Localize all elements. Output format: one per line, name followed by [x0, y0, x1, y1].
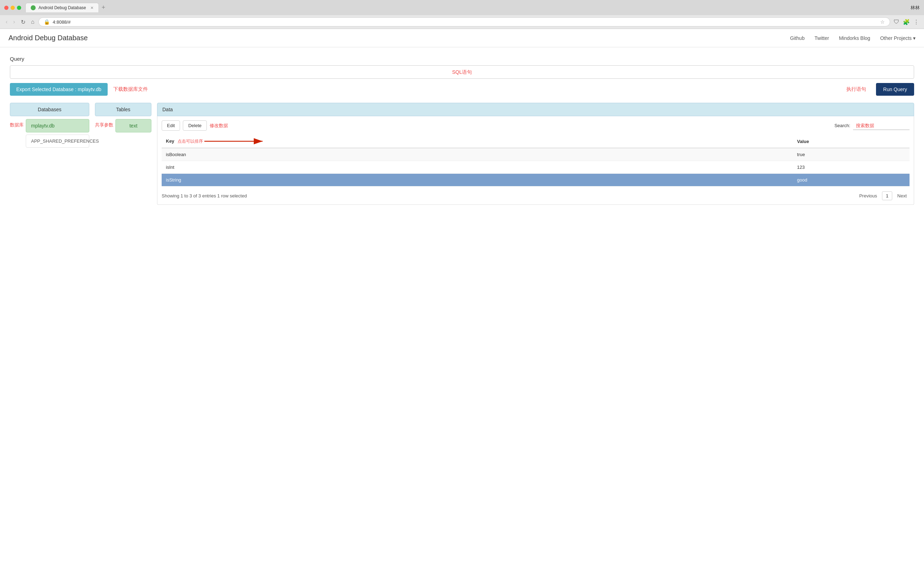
run-query-button[interactable]: Run Query — [876, 83, 914, 96]
active-tab[interactable]: Android Debug Database ✕ — [25, 3, 99, 12]
tab-close-icon[interactable]: ✕ — [90, 6, 94, 10]
tab-bar: Android Debug Database ✕ + — [25, 3, 911, 12]
lock-icon: 🔒 — [44, 19, 50, 25]
pagination-controls: Previous 1 Next — [856, 192, 909, 200]
new-tab-button[interactable]: + — [99, 4, 108, 11]
modify-label: 修改数据 — [210, 122, 228, 129]
maximize-button[interactable] — [17, 6, 21, 10]
tab-favicon — [31, 5, 36, 10]
delete-button[interactable]: Delete — [183, 121, 207, 131]
github-link[interactable]: Github — [790, 35, 804, 41]
edit-button[interactable]: Edit — [162, 121, 180, 131]
key-cell: isBoolean — [162, 148, 793, 161]
search-label: Search: — [834, 123, 850, 128]
query-input[interactable] — [10, 65, 914, 79]
pagination-info: Showing 1 to 3 of 3 entries 1 row select… — [162, 193, 247, 198]
panels-row: Databases 数据库 mplaytv.db APP_SHARED_PREF… — [10, 103, 914, 205]
data-panel: Data Edit Delete 修改数据 Search: — [157, 103, 914, 205]
tables-label: 共享参数 — [95, 119, 113, 128]
key-cell: isString — [162, 174, 793, 187]
shield-icon[interactable]: 🛡 — [893, 18, 900, 26]
mplaytv-db-item[interactable]: mplaytv.db — [26, 119, 89, 132]
value-cell: true — [793, 148, 909, 161]
databases-header[interactable]: Databases — [10, 103, 89, 116]
table-row[interactable]: isInt 123 — [162, 161, 909, 174]
text-table-item[interactable]: text — [116, 119, 152, 132]
forward-button[interactable]: › — [12, 18, 16, 26]
close-button[interactable] — [4, 6, 8, 10]
minimize-button[interactable] — [11, 6, 15, 10]
back-button[interactable]: ‹ — [4, 18, 9, 26]
refresh-button[interactable]: ↻ — [20, 18, 27, 26]
databases-label: 数据库 — [10, 122, 24, 128]
tables-header[interactable]: Tables — [95, 103, 152, 116]
table-row[interactable]: isBoolean true — [162, 148, 909, 161]
previous-page-button[interactable]: Previous — [856, 192, 880, 200]
bookmark-icon[interactable]: ☆ — [880, 19, 885, 25]
data-header: Data — [157, 103, 914, 116]
navbar: Android Debug Database Github Twitter Mi… — [0, 29, 924, 47]
pagination-row: Showing 1 to 3 of 3 entries 1 row select… — [162, 192, 909, 200]
sort-annotation: 点击可以排序 — [178, 139, 203, 144]
other-projects-link[interactable]: Other Projects ▾ — [880, 35, 916, 41]
execute-label: 执行语句 — [846, 86, 866, 93]
export-database-button[interactable]: Export Selected Database : mplaytv.db — [10, 83, 108, 96]
navbar-links: Github Twitter Mindorks Blog Other Proje… — [790, 35, 916, 41]
value-cell: 123 — [793, 161, 909, 174]
tab-label: Android Debug Database — [38, 5, 86, 10]
key-column-header[interactable]: Key 点击可以排序 — [162, 135, 793, 148]
address-bar[interactable]: 🔒 4:8088/# ☆ — [38, 17, 890, 26]
mindorks-link[interactable]: Mindorks Blog — [839, 35, 870, 41]
app-shared-prefs-item[interactable]: APP_SHARED_PREFERENCES — [26, 134, 89, 148]
query-section: Query Export Selected Database : mplaytv… — [10, 56, 914, 96]
search-input[interactable] — [853, 121, 909, 130]
query-label: Query — [10, 56, 914, 62]
next-page-button[interactable]: Next — [894, 192, 909, 200]
home-button[interactable]: ⌂ — [30, 18, 36, 26]
sort-arrow-svg — [205, 138, 268, 145]
value-cell: good — [793, 174, 909, 187]
extensions-icon[interactable]: 🧩 — [902, 18, 911, 26]
twitter-link[interactable]: Twitter — [815, 35, 829, 41]
navbar-brand: Android Debug Database — [8, 34, 790, 42]
key-cell: isInt — [162, 161, 793, 174]
value-column-header[interactable]: Value — [793, 135, 909, 148]
data-table: Key 点击可以排序 — [162, 135, 909, 187]
table-row[interactable]: isString good — [162, 174, 909, 187]
menu-icon[interactable]: ⋮ — [913, 18, 920, 26]
user-name: 林林 — [911, 5, 920, 11]
address-text: 4:8088/# — [53, 20, 878, 25]
current-page: 1 — [882, 192, 892, 200]
download-database-link[interactable]: 下载数据库文件 — [113, 86, 148, 93]
key-header-text: Key — [166, 139, 174, 144]
